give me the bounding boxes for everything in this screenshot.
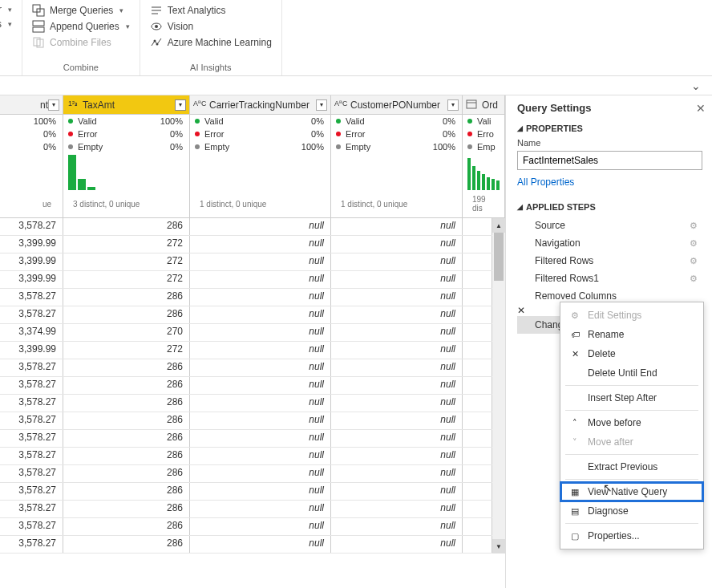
cell: null [331, 377, 463, 394]
cell: null [331, 518, 463, 535]
properties-section[interactable]: ◢PROPERTIES [517, 124, 702, 133]
table-row[interactable]: 3,578.27286nullnull [0, 518, 492, 536]
cell: null [331, 289, 463, 306]
cell: 286 [63, 359, 190, 376]
filter-icon[interactable]: ▾ [48, 99, 59, 111]
dropdown-icon: ▾ [8, 6, 12, 14]
query-name-input[interactable] [517, 151, 702, 170]
table-row[interactable]: 3,399.99272nullnull [0, 236, 492, 253]
cell: null [331, 218, 463, 235]
cell: 286 [63, 218, 190, 235]
append-queries-button[interactable]: Append Queries▾ [30, 19, 131, 34]
table-row[interactable]: 3,399.99272nullnull [0, 271, 492, 289]
cell [463, 306, 492, 323]
column-header-carrier[interactable]: AᴮCCarrierTrackingNumber▾ [190, 95, 331, 114]
scroll-up-icon[interactable]: ▲ [492, 218, 505, 233]
applied-step-filtered-rows1[interactable]: Filtered Rows1⚙ [517, 270, 702, 287]
cell: null [331, 306, 463, 323]
table-row[interactable]: 3,578.27286nullnull [0, 359, 492, 377]
filter-icon[interactable]: ▾ [316, 99, 327, 111]
cell: 3,399.99 [0, 253, 63, 270]
query-icon: ▦ [568, 487, 581, 497]
cell: 286 [63, 412, 190, 429]
cell: null [190, 342, 331, 359]
ribbon-item-truncated-1[interactable]: r▾ [0, 3, 14, 16]
cell: 3,578.27 [0, 501, 63, 517]
filter-icon[interactable]: ▾ [447, 99, 459, 111]
cell [463, 377, 492, 394]
cell: 286 [63, 518, 190, 535]
vision-button[interactable]: Vision [148, 19, 273, 34]
cell [463, 253, 492, 270]
ribbon-group-combine: Merge Queries▾ Append Queries▾ Combine F… [22, 0, 140, 75]
ctx-properties[interactable]: ▢Properties... [560, 526, 703, 545]
gear-icon[interactable]: ⚙ [690, 221, 698, 231]
ctx-diagnose[interactable]: ▤Diagnose [560, 501, 703, 521]
column-header-ord[interactable]: Ord [463, 95, 505, 114]
scroll-down-icon[interactable]: ▼ [492, 539, 505, 554]
table-row[interactable]: 3,578.27286nullnull [0, 448, 492, 465]
decimal-type-icon: 1²₃ [67, 99, 79, 111]
date-type-icon [466, 99, 479, 111]
column-header-customerpo[interactable]: AᴮCCustomerPONumber▾ [331, 95, 463, 114]
table-row[interactable]: 3,399.99272nullnull [0, 342, 492, 359]
column-header-taxamt[interactable]: 1²₃TaxAmt▾ [63, 95, 190, 114]
table-row[interactable]: 3,578.27286nullnull [0, 465, 492, 483]
table-row[interactable]: 3,578.27286nullnull [0, 501, 492, 518]
empty-dot-icon [467, 144, 472, 149]
applied-step-source[interactable]: Source⚙ [517, 217, 702, 234]
close-icon[interactable]: ✕ [696, 102, 706, 115]
table-row[interactable]: 3,578.27286nullnull [0, 395, 492, 412]
all-properties-link[interactable]: All Properties [517, 176, 702, 188]
ctx-view-native-query[interactable]: ▦View Native Query [560, 482, 703, 501]
azure-ml-button[interactable]: Azure Machine Learning [148, 35, 273, 50]
cell: 3,578.27 [0, 359, 63, 376]
merge-queries-button[interactable]: Merge Queries▾ [30, 3, 131, 18]
gear-icon[interactable]: ⚙ [690, 256, 698, 266]
cell: null [190, 377, 331, 394]
filter-icon[interactable]: ▾ [175, 99, 186, 111]
panel-title: Query Settings [517, 102, 702, 114]
table-row[interactable]: 3,578.27286nullnull [0, 412, 492, 430]
column-header-truncated[interactable]: nt▾ [0, 95, 63, 114]
cell: null [190, 359, 331, 376]
scroll-thumb[interactable] [494, 233, 504, 281]
dropdown-icon: ▾ [126, 22, 130, 30]
histogram [63, 153, 100, 192]
delete-step-icon[interactable]: ✕ [517, 305, 525, 316]
ctx-insert-step-after[interactable]: Insert Step After [560, 388, 703, 408]
valid-dot-icon [195, 119, 200, 124]
cell: 3,578.27 [0, 218, 63, 235]
error-dot-icon [336, 132, 341, 136]
gear-icon[interactable]: ⚙ [690, 238, 698, 249]
table-row[interactable]: 3,578.27286nullnull [0, 430, 492, 448]
vertical-scrollbar[interactable]: ▲ ▼ [492, 218, 505, 554]
table-row[interactable]: 3,578.27286nullnull [0, 306, 492, 324]
text-analytics-button[interactable]: Text Analytics [148, 3, 273, 18]
diagnose-icon: ▤ [568, 506, 581, 517]
ctx-delete[interactable]: ✕Delete [560, 344, 703, 363]
table-row[interactable]: 3,578.27286nullnull [0, 218, 492, 236]
cell: 272 [63, 236, 190, 253]
table-row[interactable]: 3,374.99270nullnull [0, 324, 492, 342]
column-quality: 100% Valid100% Valid0% Valid0% Vali 0% E… [0, 115, 505, 218]
ribbon-item-truncated-2[interactable]: ders▾ [0, 18, 14, 30]
expand-chevron-icon[interactable]: ⌄ [691, 79, 701, 92]
table-row[interactable]: 3,578.27286nullnull [0, 289, 492, 306]
applied-steps-section[interactable]: ◢APPLIED STEPS [517, 202, 702, 212]
ctx-rename[interactable]: 🏷Rename [560, 325, 703, 344]
table-row[interactable]: 3,578.27286nullnull [0, 536, 492, 554]
combine-files-button[interactable]: Combine Files [30, 35, 131, 50]
table-row[interactable]: 3,578.27286nullnull [0, 377, 492, 395]
gear-icon[interactable]: ⚙ [690, 274, 698, 284]
ctx-move-before[interactable]: ˄Move before [560, 413, 703, 432]
cell: 3,578.27 [0, 448, 63, 464]
applied-step-navigation[interactable]: Navigation⚙ [517, 234, 702, 252]
ctx-delete-until-end[interactable]: Delete Until End [560, 363, 703, 383]
cell: 286 [63, 501, 190, 517]
table-row[interactable]: 3,399.99272nullnull [0, 253, 492, 271]
table-row[interactable]: 3,578.27286nullnull [0, 483, 492, 501]
valid-dot-icon [467, 119, 472, 124]
applied-step-filtered-rows[interactable]: Filtered Rows⚙ [517, 252, 702, 270]
ctx-extract-previous[interactable]: Extract Previous [560, 457, 703, 476]
